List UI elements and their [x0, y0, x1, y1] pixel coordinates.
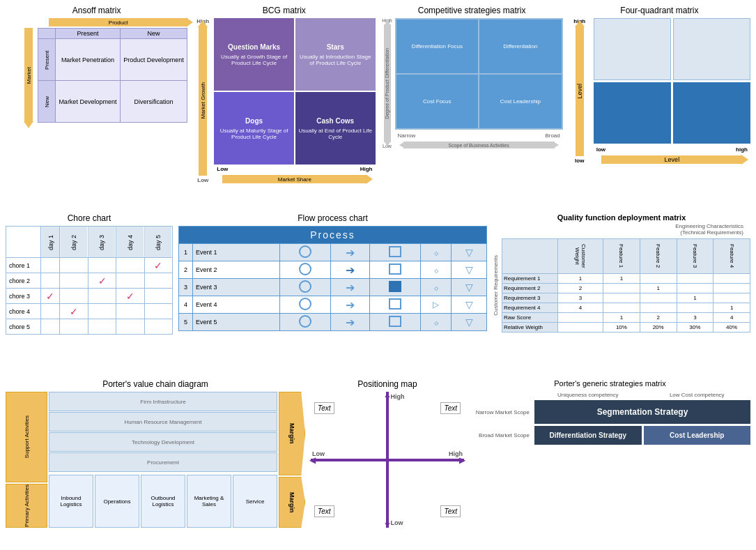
pos-title: Positioning map: [311, 379, 464, 389]
fq-cell-1: [594, 18, 671, 80]
chore-day2: day 2: [60, 227, 88, 258]
chore4: chore 4: [6, 304, 41, 319]
porter-inbound: Inbound Logistics: [49, 475, 93, 528]
fq-cell-4: [673, 82, 750, 144]
chore1: chore 1: [6, 258, 41, 273]
generic-title: Porter's generic strategies matrix: [470, 379, 750, 388]
chore-day5: day 5: [144, 227, 172, 258]
ansoff-cell-mp: Market Penetration: [56, 39, 121, 81]
fq-x-label: Level: [665, 156, 680, 163]
generic-diff: Differentiation Strategy: [534, 426, 642, 445]
pos-text1: Text: [440, 402, 461, 414]
bcg-cows: Cash Cows Usually at End of Product Life…: [295, 92, 376, 165]
qfd-f1: Feature 1: [603, 239, 640, 274]
ansoff-market-label: Market: [26, 67, 32, 84]
fq-y-low: low: [575, 158, 584, 164]
comp-cost-focus: Cost Focus: [396, 74, 479, 129]
comp-y-label: Degree of Product Differentiation: [385, 48, 389, 119]
chore3-check1: ✓: [41, 289, 60, 304]
ansoff-col-present: Present: [56, 29, 121, 39]
chore5: chore 5: [6, 319, 41, 335]
flow-event1: Event 1: [193, 244, 280, 261]
porter-operations: Operations: [95, 475, 139, 528]
qfd-req4: Requirement 4: [502, 303, 558, 313]
flow-event5: Event 5: [193, 314, 280, 331]
pos-high-label: High: [390, 393, 404, 400]
bcg-x-low: Low: [217, 166, 228, 172]
qfd-req3: Requirement 3: [502, 293, 558, 303]
generic-narrow-scope: Narrow Market Scope: [470, 400, 532, 424]
porter-marketing: Marketing & Sales: [187, 475, 231, 528]
porter-margin2: Margin: [288, 492, 295, 513]
qfd-req2: Requirement 2: [502, 284, 558, 293]
generic-low-cost: Low Cost competency: [644, 392, 751, 398]
qfd-f3: Feature 3: [677, 239, 713, 274]
bcg-qm: Question Marks Usually at Growth Stage o…: [214, 18, 294, 91]
generic-uniqueness: Uniqueness competency: [534, 392, 642, 398]
chore2-check3: ✓: [88, 273, 116, 289]
qfd-cw: Customer Weight: [558, 239, 603, 274]
comp-x-narrow: Narrow: [398, 132, 416, 139]
generic-segmentation: Segmentation Strategy: [534, 400, 750, 424]
generic-broad-scope: Broad Market Scope: [470, 426, 532, 445]
bcg-stars: Stars Usually at Introduction Stage of P…: [295, 18, 376, 91]
chore3: chore 3: [6, 289, 41, 304]
four-quadrant-matrix: Four-quadrant matrix high Level low: [569, 6, 750, 208]
fq-title: Four-quadrant matrix: [569, 6, 750, 15]
bcg-y-low: Low: [197, 177, 208, 183]
qfd-req1: Requirement 1: [502, 274, 558, 284]
bcg-dogs: Dogs Usually at Maturity Stage of Produc…: [214, 92, 294, 165]
pos-text2: Text: [314, 402, 334, 414]
porter-primary-label: Primary Activities: [24, 484, 30, 527]
ansoff-cell-pd: Product Development: [120, 39, 187, 81]
porter-procurement: Procurement: [49, 452, 277, 472]
ansoff-row-present: Present: [38, 39, 56, 81]
chore-day3: day 3: [88, 227, 116, 258]
pos-text4: Text: [314, 505, 334, 517]
qfd-f2: Feature 2: [640, 239, 677, 274]
bcg-title: BCG matrix: [193, 6, 375, 15]
porter-title: Porter's value chain diagram: [6, 379, 305, 389]
comp-x-label: Scope of Business Activities: [449, 143, 509, 148]
flow-header: Process: [179, 227, 487, 244]
porter-service: Service: [233, 475, 277, 528]
chore2: chore 2: [6, 273, 41, 289]
flow-event3: Event 3: [193, 279, 280, 296]
fq-cell-3: [594, 82, 671, 144]
bcg-matrix: BCG matrix High Market Growth Low Questi…: [193, 6, 375, 208]
porter-hrm: Human Resource Management: [49, 412, 277, 431]
ansoff-cell-div: Diversification: [120, 81, 187, 123]
comp-title: Competitive strategies matrix: [381, 6, 563, 15]
flow-event4: Event 4: [193, 296, 280, 314]
flow-chart: Flow process chart Process 1 Event 1 ➔ ⬦…: [178, 213, 487, 374]
positioning-map: Positioning map ▲ ▼ ▶ ◀ High Low High Lo…: [311, 379, 464, 540]
bcg-x-label: Market Share: [278, 176, 311, 183]
pos-low2-label: Low: [312, 450, 325, 457]
ansoff-col-new: New: [120, 29, 187, 39]
chore-day1: day 1: [41, 227, 60, 258]
qfd-f4: Feature 4: [713, 239, 750, 274]
qfd-cr-label: Customer Requirements: [493, 255, 499, 316]
comp-diff: Differentiation: [479, 19, 562, 74]
pos-text3: Text: [440, 505, 461, 517]
porter-outbound: Outbound Logistics: [141, 475, 185, 528]
ansoff-matrix: Ansoff matrix Product Market: [6, 6, 187, 208]
ansoff-cell-md: Market Development: [56, 81, 121, 123]
generic-strategies: Porter's generic strategies matrix Uniqu…: [470, 379, 750, 540]
flow-title: Flow process chart: [178, 213, 487, 223]
comp-cost-lead: Cost Leadership: [479, 74, 562, 129]
chore4-check2: ✓: [60, 304, 88, 319]
flow-event2: Event 2: [193, 261, 280, 279]
qfd-title: Quality function deployment matrix: [493, 213, 750, 222]
bcg-y-label: Market Growth: [200, 82, 206, 119]
qfd-matrix: Quality function deployment matrix Engin…: [493, 213, 750, 374]
pos-low-label: Low: [390, 519, 403, 526]
porter-support-label: Support Activities: [24, 415, 30, 458]
porter-tech-dev: Technology Development: [49, 432, 277, 452]
porter-value-chain: Porter's value chain diagram Support Act…: [6, 379, 305, 540]
ansoff-row-new: New: [38, 81, 56, 123]
generic-cost: Cost Leadership: [644, 426, 751, 445]
ansoff-product-label: Product: [109, 20, 128, 26]
bcg-x-high: High: [360, 166, 373, 172]
chore3-check4: ✓: [116, 289, 144, 304]
